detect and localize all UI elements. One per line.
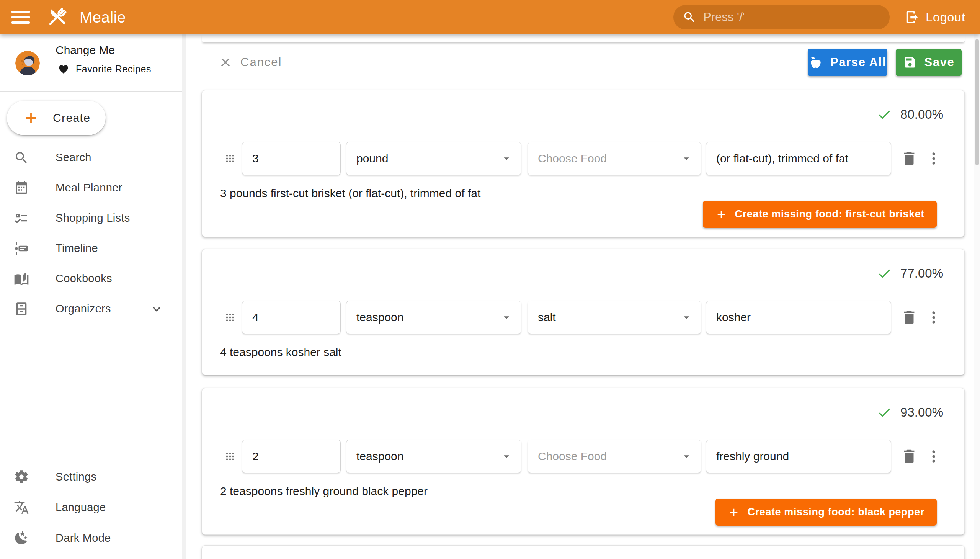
food-select[interactable]: Choose Food <box>527 142 701 175</box>
sidebar-item-label: Cookbooks <box>56 272 112 285</box>
note-value: (or flat-cut), trimmed of fat <box>716 152 848 165</box>
note-input[interactable]: (or flat-cut), trimmed of fat <box>706 142 891 175</box>
menu-down-icon <box>680 152 692 165</box>
kebab-menu-button[interactable] <box>925 150 942 167</box>
create-missing-food-button[interactable]: Create missing food: first-cut brisket <box>703 201 937 228</box>
confidence-row: 93.00% <box>202 405 964 420</box>
quantity-input[interactable]: 4 <box>242 301 341 334</box>
logout-button[interactable]: Logout <box>905 10 965 25</box>
heart-icon <box>58 64 69 74</box>
sidebar-item-label: Timeline <box>56 242 98 255</box>
sidebar: Change Me Favorite Recipes Create Search… <box>0 35 187 559</box>
food-placeholder: Choose Food <box>538 152 607 165</box>
hamburger-menu-icon[interactable] <box>12 11 30 24</box>
quantity-value: 2 <box>252 450 259 463</box>
create-button-label: Create <box>53 111 90 124</box>
timeline-icon <box>14 241 29 256</box>
calendar-icon <box>14 180 29 196</box>
note-input[interactable]: kosher <box>706 301 891 334</box>
sidebar-item-label: Meal Planner <box>56 182 122 194</box>
note-input[interactable]: freshly ground <box>706 440 891 473</box>
sidebar-item-language[interactable]: Language <box>0 492 182 523</box>
menu-down-icon <box>500 152 512 165</box>
quantity-input[interactable]: 2 <box>242 440 341 473</box>
user-name: Change Me <box>56 44 115 57</box>
confidence-row: 80.00% <box>202 107 964 122</box>
create-missing-food-button[interactable]: Create missing food: black pepper <box>716 498 937 526</box>
sidebar-scrollbar[interactable] <box>182 35 186 559</box>
cancel-button[interactable]: Cancel <box>218 55 282 70</box>
sidebar-item-label: Shopping Lists <box>56 212 130 224</box>
sidebar-item-settings[interactable]: Settings <box>0 461 182 492</box>
dots-vertical-icon <box>925 448 942 465</box>
gear-icon <box>14 469 29 485</box>
favorite-recipes-label: Favorite Recipes <box>76 64 151 74</box>
sidebar-item-meal-planner[interactable]: Meal Planner <box>0 173 182 203</box>
food-value: salt <box>538 311 556 324</box>
original-ingredient-text: 2 teaspoons freshly ground black pepper <box>202 484 964 499</box>
unit-select[interactable]: teaspoon <box>346 440 521 473</box>
ingredient-fields-row: 3 pound Choose Food (or flat-cut), trimm… <box>202 142 964 175</box>
parser-toolbar: Cancel Parse All Save <box>202 48 965 76</box>
favorite-recipes-link[interactable]: Favorite Recipes <box>58 64 151 74</box>
sidebar-item-shopping-lists[interactable]: Shopping Lists <box>0 203 182 233</box>
delete-ingredient-button[interactable] <box>901 150 918 167</box>
plus-icon <box>715 208 727 220</box>
parse-all-button[interactable]: Parse All <box>808 49 887 76</box>
sidebar-item-timeline[interactable]: Timeline <box>0 233 182 263</box>
chevron-down-icon <box>149 301 164 317</box>
food-select[interactable]: salt <box>527 301 701 334</box>
sidebar-item-organizers[interactable]: Organizers <box>0 294 182 324</box>
menu-down-icon <box>500 450 512 463</box>
sidebar-item-search[interactable]: Search <box>0 142 182 173</box>
food-select[interactable]: Choose Food <box>527 440 701 473</box>
dots-vertical-icon <box>925 150 942 167</box>
trash-icon <box>901 309 918 326</box>
sidebar-bottom-nav: Settings Language Dark Mode <box>0 461 182 553</box>
magnify-icon <box>14 150 29 165</box>
drag-handle-icon[interactable] <box>224 152 236 165</box>
magnify-icon <box>683 10 696 24</box>
unit-value: teaspoon <box>356 311 403 324</box>
save-label: Save <box>924 56 955 69</box>
file-cabinet-icon <box>14 301 29 317</box>
ingredient-card-partial <box>202 545 965 559</box>
create-button[interactable]: Create <box>7 101 106 135</box>
user-section: Change Me Favorite Recipes <box>0 35 186 91</box>
ingredient-card: 80.00% 3 pound Choose Food (or flat-cut)… <box>202 90 965 237</box>
check-icon <box>877 405 892 420</box>
plus-icon <box>22 109 40 127</box>
logout-label: Logout <box>925 10 965 25</box>
search-placeholder: Press '/' <box>703 10 745 24</box>
sidebar-item-cookbooks[interactable]: Cookbooks <box>0 263 182 294</box>
parse-all-label: Parse All <box>830 56 886 69</box>
kebab-menu-button[interactable] <box>925 309 942 326</box>
close-icon <box>218 55 233 70</box>
quantity-input[interactable]: 3 <box>242 142 341 175</box>
avatar[interactable] <box>15 51 40 75</box>
save-button[interactable]: Save <box>896 49 962 76</box>
confidence-value: 80.00% <box>901 107 943 122</box>
kebab-menu-button[interactable] <box>925 448 942 465</box>
scrollbar-thumb[interactable] <box>975 39 979 165</box>
drag-handle-icon[interactable] <box>224 311 236 324</box>
quantity-value: 4 <box>252 311 259 324</box>
trash-icon <box>901 448 918 465</box>
sidebar-item-label: Language <box>56 501 106 514</box>
drag-handle-icon[interactable] <box>224 450 236 463</box>
book-open-icon <box>14 271 29 286</box>
sidebar-item-label: Search <box>56 151 91 164</box>
unit-select[interactable]: teaspoon <box>346 301 521 334</box>
sidebar-item-dark-mode[interactable]: Dark Mode <box>0 523 182 553</box>
search-input[interactable]: Press '/' <box>673 5 890 30</box>
unit-select[interactable]: pound <box>346 142 521 175</box>
previous-card-bottom-edge <box>202 35 965 43</box>
delete-ingredient-button[interactable] <box>901 309 918 326</box>
menu-down-icon <box>500 311 512 324</box>
ingredient-card: 77.00% 4 teaspoon salt kosher <box>202 249 965 375</box>
delete-ingredient-button[interactable] <box>901 448 918 465</box>
page-scrollbar[interactable] <box>974 35 980 559</box>
quantity-value: 3 <box>252 152 259 165</box>
fork-knife-logo-icon <box>45 5 70 30</box>
food-placeholder: Choose Food <box>538 450 607 463</box>
